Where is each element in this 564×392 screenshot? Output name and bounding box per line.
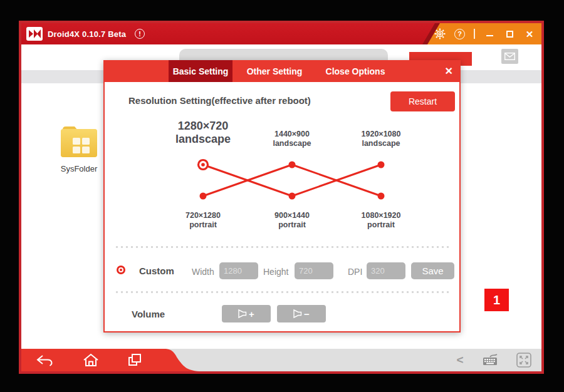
help-icon[interactable]: ? (454, 29, 465, 39)
save-button[interactable]: Save (411, 262, 454, 279)
custom-radio[interactable] (117, 266, 125, 274)
folder-label: SysFolder (58, 164, 100, 173)
tab-other-setting[interactable]: Other Setting (238, 60, 311, 82)
resolution-option-900x1440[interactable]: 900×1440 portrait (274, 211, 310, 230)
window-title: Droid4X 0.10.7 Beta (48, 29, 126, 39)
separator (116, 246, 451, 248)
speaker-icon (293, 309, 302, 319)
settings-gear-icon[interactable] (434, 28, 446, 39)
mail-icon[interactable] (501, 49, 518, 64)
resolution-diagram (105, 157, 462, 204)
resolution-node[interactable] (289, 162, 296, 168)
resolution-node[interactable] (378, 162, 385, 168)
resolution-option-1920x1080[interactable]: 1920×1080 landscape (362, 130, 401, 148)
folder-icon (59, 123, 99, 162)
sysfolder-shortcut[interactable]: SysFolder (58, 123, 100, 173)
separator (116, 291, 451, 293)
volume-up-button[interactable]: + (222, 305, 271, 322)
dialog-tabbar: Basic Setting Other Setting Close Option… (103, 60, 461, 82)
width-label: Width (192, 267, 214, 277)
height-input[interactable] (295, 262, 333, 279)
resolution-option-1440x900[interactable]: 1440×900 landscape (273, 130, 311, 148)
keyboard-icon[interactable] (479, 349, 501, 371)
resolution-option-1080x1920[interactable]: 1080×1920 portrait (362, 211, 401, 230)
resolution-node[interactable] (200, 193, 207, 200)
info-icon[interactable]: ! (135, 29, 145, 39)
width-input[interactable] (219, 262, 258, 279)
restart-button[interactable]: Restart (390, 91, 455, 111)
tab-close-options[interactable]: Close Options (314, 60, 397, 82)
dialog-body: Resolution Setting(effective after reboo… (103, 82, 461, 333)
app-window: Droid4X 0.10.7 Beta ! (19, 21, 544, 374)
height-label: Height (263, 267, 288, 277)
volume-label: Volume (132, 309, 165, 319)
screen: Droid4X 0.10.7 Beta ! (0, 0, 564, 392)
window-close-button[interactable]: ✕ (524, 28, 535, 39)
back-icon[interactable] (33, 349, 56, 371)
resolution-option-1280x720[interactable]: 1280×720 landscape (175, 120, 231, 146)
resolution-heading: Resolution Setting(effective after reboo… (128, 95, 311, 106)
tab-basic-setting[interactable]: Basic Setting (169, 60, 232, 82)
resolution-node[interactable] (378, 193, 385, 200)
navbar: < (21, 349, 541, 371)
dpi-label: DPI (348, 267, 362, 277)
collapse-chevron-icon[interactable]: < (449, 349, 471, 371)
droid4x-logo (26, 27, 43, 41)
titlebar-divider (474, 29, 475, 39)
background-tabstrip (179, 49, 388, 61)
maximize-button[interactable] (504, 28, 515, 39)
volume-down-button[interactable]: − (277, 305, 326, 322)
titlebar: Droid4X 0.10.7 Beta ! (21, 23, 541, 44)
home-icon[interactable] (80, 349, 102, 371)
key-badge[interactable]: 1 (484, 289, 509, 311)
settings-dialog: Basic Setting Other Setting Close Option… (103, 60, 461, 333)
custom-label: Custom (139, 266, 174, 276)
resolution-node[interactable] (289, 193, 296, 200)
dialog-close-icon[interactable]: ✕ (445, 60, 453, 82)
speaker-icon (238, 309, 247, 319)
fullscreen-icon[interactable] (513, 349, 535, 371)
resolution-option-720x1280[interactable]: 720×1280 portrait (185, 211, 221, 230)
resolution-node-selected-center (201, 163, 205, 167)
minimize-button[interactable] (484, 28, 495, 39)
dpi-input[interactable] (367, 262, 405, 279)
content-area: SysFolder 1 Basic Setting Other Setting … (21, 44, 541, 349)
recents-icon[interactable] (123, 349, 146, 371)
